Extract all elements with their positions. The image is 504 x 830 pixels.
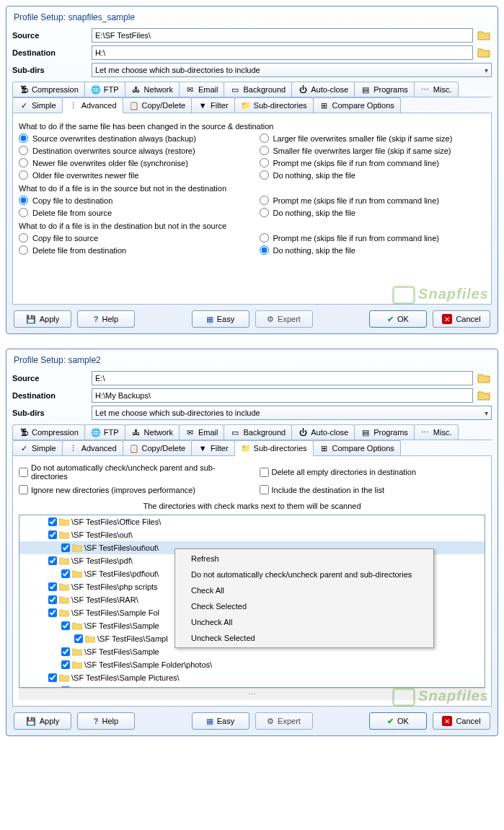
radio-option[interactable]: Copy file to source <box>19 233 245 243</box>
tab-network[interactable]: 🖧Network <box>125 424 180 440</box>
tree-checkbox[interactable] <box>74 634 83 643</box>
tab-simple[interactable]: ✓Simple <box>12 97 63 113</box>
horizontal-scrollbar[interactable]: ⋯ <box>19 688 485 700</box>
checkbox-option[interactable]: Delete all empty directories in destinat… <box>260 463 486 481</box>
checkbox-option[interactable]: Ignore new directories (improves perform… <box>19 485 245 494</box>
tree-row[interactable]: \SF TestFiles\out\ <box>19 528 485 541</box>
tree-checkbox[interactable] <box>48 673 57 682</box>
tree-checkbox[interactable] <box>61 621 70 630</box>
source-input[interactable] <box>92 371 473 385</box>
tab-compare-options[interactable]: ⊞Compare Options <box>313 440 401 455</box>
radio-input[interactable] <box>19 158 28 167</box>
radio-option[interactable]: Destination overwrites source always (re… <box>19 146 245 155</box>
easy-button[interactable]: ▦Easy <box>192 310 249 328</box>
tree-row[interactable]: \SF TestFiles\Sample Pictures\ <box>19 671 485 684</box>
tree-checkbox[interactable] <box>48 582 57 591</box>
radio-option[interactable]: Delete file from source <box>19 208 245 217</box>
context-menu-item[interactable]: Do not automatically check/uncheck paren… <box>177 567 432 582</box>
tree-checkbox[interactable] <box>48 517 57 526</box>
checkbox-input[interactable] <box>19 485 28 494</box>
tab-copy-delete[interactable]: 📋Copy/Delete <box>123 97 193 113</box>
tab-network[interactable]: 🖧Network <box>125 82 180 97</box>
source-input[interactable] <box>92 28 473 43</box>
easy-button[interactable]: ▦Easy <box>192 712 249 730</box>
checkbox-option[interactable]: Include the destination in the list <box>260 485 486 494</box>
tab-filter[interactable]: ▼Filter <box>191 97 234 113</box>
radio-input[interactable] <box>260 233 269 243</box>
tab-sub-directories[interactable]: 📁Sub-directories <box>234 440 314 456</box>
radio-input[interactable] <box>19 170 28 180</box>
tree-checkbox[interactable] <box>61 647 70 656</box>
radio-input[interactable] <box>260 208 269 217</box>
tree-row[interactable]: \SF TestFiles\Office Files\ <box>19 515 485 528</box>
tab-simple[interactable]: ✓Simple <box>12 440 63 455</box>
radio-option[interactable]: Source overwrites destination always (ba… <box>19 134 245 143</box>
ok-button[interactable]: ✔OK <box>369 310 427 328</box>
tab-background[interactable]: ▭Background <box>224 82 292 97</box>
subdirs-dropdown[interactable]: Let me choose which sub-directories to i… <box>92 406 492 420</box>
radio-option[interactable]: Newer file overwrites older file (synchr… <box>19 158 245 167</box>
tab-compare-options[interactable]: ⊞Compare Options <box>313 97 401 113</box>
tab-programs[interactable]: ▤Programs <box>354 82 415 97</box>
tab-email[interactable]: ✉Email <box>179 424 225 440</box>
tree-checkbox[interactable] <box>61 660 70 669</box>
help-button[interactable]: ?Help <box>77 310 135 328</box>
browse-source-button[interactable] <box>476 28 492 43</box>
tree-checkbox[interactable] <box>48 530 57 539</box>
tab-misc-[interactable]: ⋯Misc. <box>414 424 459 440</box>
tab-misc-[interactable]: ⋯Misc. <box>414 82 459 97</box>
radio-input[interactable] <box>260 245 269 255</box>
tree-checkbox[interactable] <box>61 543 70 552</box>
radio-input[interactable] <box>19 146 28 155</box>
tab-auto-close[interactable]: ⏻Auto-close <box>291 424 355 440</box>
tree-checkbox[interactable] <box>61 569 70 578</box>
tree-checkbox[interactable] <box>48 595 57 604</box>
browse-destination-button[interactable] <box>476 388 492 403</box>
radio-option[interactable]: Older file overwrites newer file <box>19 170 245 180</box>
radio-input[interactable] <box>19 208 28 217</box>
tab-advanced[interactable]: ⋮Advanced <box>62 97 123 113</box>
checkbox-option[interactable]: Do not automatically check/uncheck paren… <box>19 463 245 481</box>
radio-option[interactable]: Prompt me (skips file if run from comman… <box>260 196 486 205</box>
apply-button[interactable]: 💾Apply <box>14 712 71 730</box>
tab-ftp[interactable]: 🌐FTP <box>84 82 125 97</box>
ok-button[interactable]: ✔OK <box>369 712 427 730</box>
tree-checkbox[interactable] <box>48 608 57 617</box>
tab-compression[interactable]: 🗜Compression <box>12 424 85 440</box>
tab-advanced[interactable]: ⋮Advanced <box>62 440 123 455</box>
radio-option[interactable]: Smaller file overwrites larger file (ski… <box>260 146 486 155</box>
context-menu[interactable]: RefreshDo not automatically check/unchec… <box>174 549 434 648</box>
tab-programs[interactable]: ▤Programs <box>354 424 415 440</box>
context-menu-item[interactable]: Uncheck Selected <box>177 630 432 646</box>
radio-option[interactable]: Do nothing, skip the file <box>260 208 486 217</box>
radio-option[interactable]: Prompt me (skips file if run from comman… <box>260 233 486 243</box>
radio-input[interactable] <box>260 146 269 155</box>
radio-input[interactable] <box>260 158 269 167</box>
radio-input[interactable] <box>19 245 28 255</box>
checkbox-input[interactable] <box>260 468 269 477</box>
context-menu-item[interactable]: Uncheck All <box>177 614 432 630</box>
tab-email[interactable]: ✉Email <box>179 82 225 97</box>
radio-input[interactable] <box>260 134 269 143</box>
tab-ftp[interactable]: 🌐FTP <box>84 424 125 440</box>
radio-option[interactable]: Copy file to destination <box>19 196 245 205</box>
tab-sub-directories[interactable]: 📁Sub-directories <box>234 97 314 113</box>
radio-input[interactable] <box>19 196 28 205</box>
help-button[interactable]: ?Help <box>77 712 135 730</box>
context-menu-item[interactable]: Check Selected <box>177 598 432 614</box>
browse-destination-button[interactable] <box>476 45 492 60</box>
apply-button[interactable]: 💾Apply <box>14 310 71 328</box>
radio-input[interactable] <box>19 233 28 243</box>
radio-option[interactable]: Larger file overwrites smaller file (ski… <box>260 134 486 143</box>
tree-checkbox[interactable] <box>61 686 70 687</box>
tab-auto-close[interactable]: ⏻Auto-close <box>291 82 355 97</box>
radio-input[interactable] <box>260 170 269 180</box>
tree-row[interactable]: \SF TestFiles\Sample Folder\photos\ <box>19 658 485 671</box>
context-menu-item[interactable]: Check All <box>177 582 432 598</box>
checkbox-input[interactable] <box>260 485 269 494</box>
radio-option[interactable]: Prompt me (skips file if run from comman… <box>260 158 486 167</box>
subdirs-dropdown[interactable]: Let me choose which sub-directories to i… <box>92 63 492 77</box>
tree-row[interactable]: \SF TestFiles\Sample Pictures\Archive\ <box>19 684 485 687</box>
cancel-button[interactable]: ✕Cancel <box>433 712 490 730</box>
checkbox-input[interactable] <box>19 468 28 477</box>
